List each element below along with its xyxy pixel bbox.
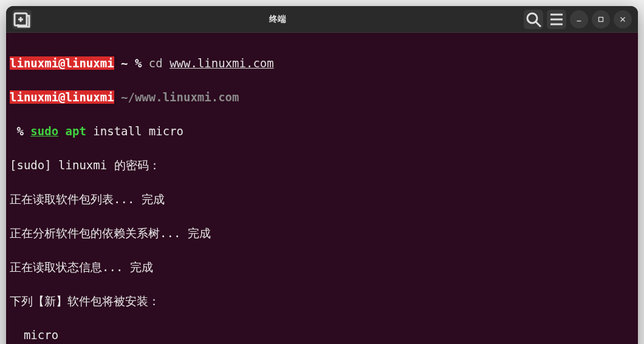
cwd-path: ~/www.linuxmi.com <box>114 90 239 104</box>
output-line: [sudo] linuxmi 的密码： <box>10 157 634 174</box>
url-text: www.linuxmi.com <box>170 56 274 70</box>
minimize-button[interactable] <box>570 10 588 29</box>
svg-rect-2 <box>599 17 603 21</box>
apt-cmd: apt <box>58 124 86 138</box>
close-button[interactable] <box>614 10 632 29</box>
output-line: 正在读取状态信息... 完成 <box>10 258 634 275</box>
terminal-window: 终端 linuxmi@linuxmi ~ % cd www.linuxmi.co… <box>6 6 638 344</box>
sudo-cmd: sudo <box>30 124 58 138</box>
terminal-output[interactable]: linuxmi@linuxmi ~ % cd www.linuxmi.com l… <box>6 33 638 344</box>
output-line: 下列【新】软件包将被安装： <box>10 292 634 309</box>
output-line: 正在读取软件包列表... 完成 <box>10 191 634 207</box>
maximize-button[interactable] <box>592 10 610 29</box>
titlebar: 终端 <box>6 6 638 33</box>
window-title: 终端 <box>269 14 286 25</box>
menu-button[interactable] <box>547 10 566 29</box>
output-line: 正在分析软件包的依赖关系树... 完成 <box>10 224 634 241</box>
new-tab-button[interactable] <box>12 10 32 29</box>
prompt-line-1: linuxmi@linuxmi ~ % cd www.linuxmi.com <box>10 55 634 72</box>
prompt-line-2: linuxmi@linuxmi ~/www.linuxmi.com <box>10 89 634 106</box>
prompt-line-3: % sudo apt install micro <box>10 123 634 140</box>
output-line: micro <box>10 326 634 343</box>
user-host: linuxmi@linuxmi <box>10 90 114 104</box>
search-button[interactable] <box>524 10 543 29</box>
svg-point-1 <box>527 13 537 23</box>
user-host: linuxmi@linuxmi <box>10 56 114 70</box>
